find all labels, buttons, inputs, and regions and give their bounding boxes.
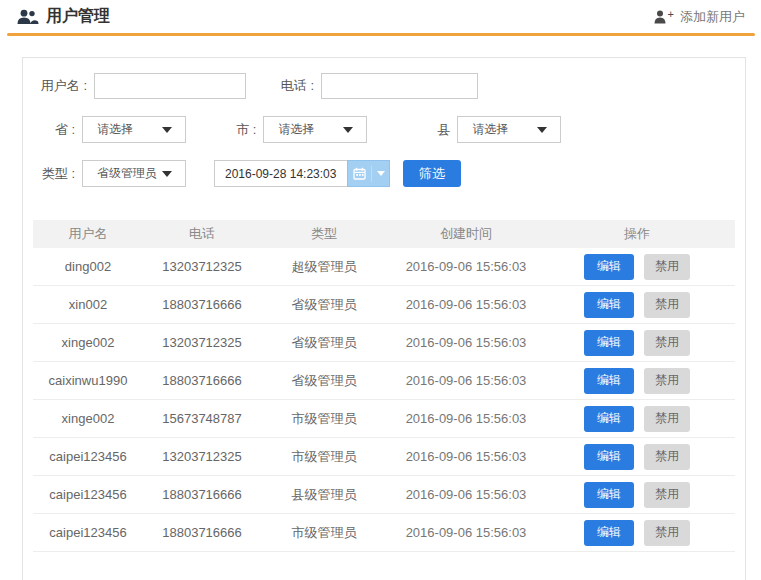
edit-button[interactable]: 编辑 (584, 520, 634, 546)
filter-row-2: 省 : 请选择 市 : 请选择 县 请选择 (33, 116, 735, 143)
cell-created-time: 2016-09-06 15:56:03 (387, 297, 545, 312)
filter-submit-button[interactable]: 筛选 (403, 160, 461, 187)
cell-created-time: 2016-09-06 15:56:03 (387, 525, 545, 540)
cell-actions: 编辑 禁用 (545, 406, 729, 432)
col-header-created: 创建时间 (387, 225, 545, 243)
city-label: 市 : (236, 121, 256, 139)
cell-created-time: 2016-09-06 15:56:03 (387, 487, 545, 502)
table-row: caixinwu1990 18803716666 省级管理员 2016-09-0… (33, 362, 735, 400)
filter-row-3: 类型 : 省级管理员 筛选 (33, 160, 735, 187)
disable-button[interactable]: 禁用 (644, 254, 690, 280)
type-select[interactable]: 省级管理员 (82, 160, 186, 187)
chevron-down-icon (377, 171, 385, 176)
page-title: 用户管理 (46, 6, 110, 27)
cell-phone: 13203712325 (143, 449, 261, 464)
disable-button[interactable]: 禁用 (644, 482, 690, 508)
accent-divider (7, 33, 755, 36)
cell-phone: 18803716666 (143, 297, 261, 312)
cell-actions: 编辑 禁用 (545, 444, 729, 470)
disable-button[interactable]: 禁用 (644, 368, 690, 394)
county-select[interactable]: 请选择 (457, 116, 561, 143)
edit-button[interactable]: 编辑 (584, 254, 634, 280)
edit-button[interactable]: 编辑 (584, 368, 634, 394)
col-header-phone: 电话 (143, 225, 261, 243)
table-header-row: 用户名 电话 类型 创建时间 操作 (33, 220, 735, 248)
edit-button[interactable]: 编辑 (584, 406, 634, 432)
chevron-down-icon (343, 127, 353, 133)
table-row: ding002 13203712325 超级管理员 2016-09-06 15:… (33, 248, 735, 286)
phone-input[interactable] (321, 73, 478, 99)
disable-button[interactable]: 禁用 (644, 292, 690, 318)
table-row: xinge002 13203712325 省级管理员 2016-09-06 15… (33, 324, 735, 362)
disable-button[interactable]: 禁用 (644, 406, 690, 432)
cell-phone: 15673748787 (143, 411, 261, 426)
chevron-down-icon (162, 127, 172, 133)
users-icon (17, 9, 39, 25)
edit-button[interactable]: 编辑 (584, 292, 634, 318)
username-input[interactable] (94, 73, 246, 99)
cell-type: 省级管理员 (261, 372, 387, 390)
datetime-input[interactable] (214, 160, 347, 187)
user-table: 用户名 电话 类型 创建时间 操作 ding002 13203712325 超级… (33, 220, 735, 552)
city-select[interactable]: 请选择 (263, 116, 367, 143)
cell-phone: 13203712325 (143, 259, 261, 274)
cell-type: 市级管理员 (261, 448, 387, 466)
cell-username: caipei123456 (33, 449, 143, 464)
cell-type: 县级管理员 (261, 486, 387, 504)
edit-button[interactable]: 编辑 (584, 444, 634, 470)
cell-actions: 编辑 禁用 (545, 368, 729, 394)
plus-glyph: + (668, 8, 674, 20)
cell-username: caixinwu1990 (33, 373, 143, 388)
page-header: 用户管理 + 添加新用户 (0, 0, 761, 33)
province-label: 省 : (55, 121, 75, 139)
table-row: caipei123456 18803716666 县级管理员 2016-09-0… (33, 476, 735, 514)
cell-type: 省级管理员 (261, 334, 387, 352)
city-select-value: 请选择 (278, 121, 314, 138)
phone-label: 电话 : (274, 77, 314, 95)
cell-created-time: 2016-09-06 15:56:03 (387, 335, 545, 350)
disable-button[interactable]: 禁用 (644, 520, 690, 546)
table-row: caipei123456 18803716666 市级管理员 2016-09-0… (33, 514, 735, 552)
cell-username: caipei123456 (33, 487, 143, 502)
province-select[interactable]: 请选择 (82, 116, 186, 143)
col-header-type: 类型 (261, 225, 387, 243)
cell-created-time: 2016-09-06 15:56:03 (387, 411, 545, 426)
province-select-value: 请选择 (97, 121, 133, 138)
type-label: 类型 : (33, 165, 75, 183)
cell-actions: 编辑 禁用 (545, 520, 729, 546)
user-add-icon (654, 10, 667, 24)
cell-actions: 编辑 禁用 (545, 292, 729, 318)
filter-row-1: 用户名 : 电话 : (33, 72, 735, 99)
cell-type: 超级管理员 (261, 258, 387, 276)
cell-type: 省级管理员 (261, 296, 387, 314)
cell-created-time: 2016-09-06 15:56:03 (387, 449, 545, 464)
edit-button[interactable]: 编辑 (584, 482, 634, 508)
cell-username: ding002 (33, 259, 143, 274)
cell-created-time: 2016-09-06 15:56:03 (387, 259, 545, 274)
table-row: caipei123456 13203712325 市级管理员 2016-09-0… (33, 438, 735, 476)
col-header-actions: 操作 (545, 225, 729, 243)
chevron-down-icon (162, 171, 172, 177)
disable-button[interactable]: 禁用 (644, 444, 690, 470)
cell-actions: 编辑 禁用 (545, 482, 729, 508)
cell-actions: 编辑 禁用 (545, 254, 729, 280)
calendar-button[interactable] (347, 160, 390, 187)
cell-type: 市级管理员 (261, 410, 387, 428)
cell-created-time: 2016-09-06 15:56:03 (387, 373, 545, 388)
cell-username: xinge002 (33, 335, 143, 350)
county-label: 县 (437, 121, 450, 139)
disable-button[interactable]: 禁用 (644, 330, 690, 356)
cell-phone: 18803716666 (143, 487, 261, 502)
cell-phone: 18803716666 (143, 373, 261, 388)
edit-button[interactable]: 编辑 (584, 330, 634, 356)
col-header-username: 用户名 (33, 225, 143, 243)
cell-phone: 18803716666 (143, 525, 261, 540)
add-user-label: 添加新用户 (680, 8, 745, 26)
add-user-button[interactable]: + 添加新用户 (654, 8, 745, 26)
table-body: ding002 13203712325 超级管理员 2016-09-06 15:… (33, 248, 735, 552)
cell-type: 市级管理员 (261, 524, 387, 542)
cell-username: xin002 (33, 297, 143, 312)
chevron-down-icon (537, 127, 547, 133)
cell-username: xinge002 (33, 411, 143, 426)
cell-username: caipei123456 (33, 525, 143, 540)
